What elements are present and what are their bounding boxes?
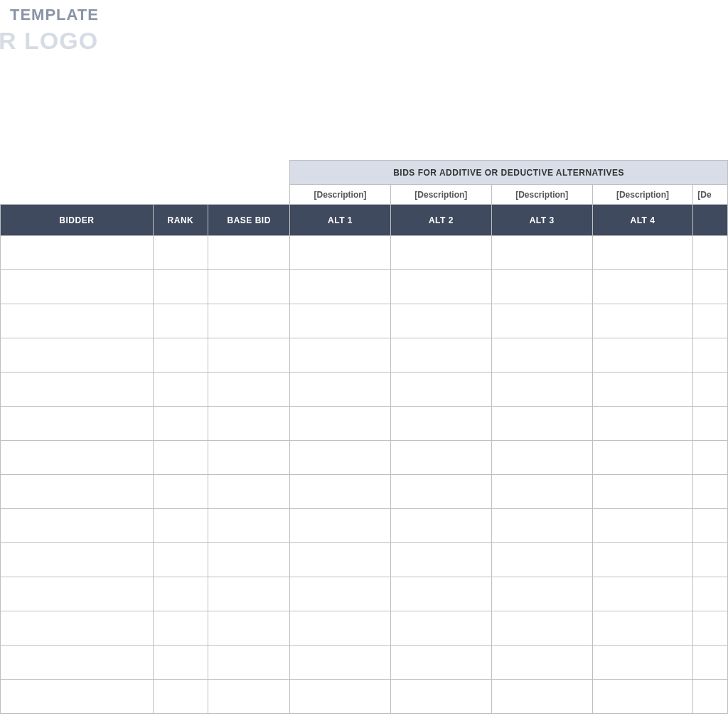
cell-base-bid[interactable] — [208, 577, 290, 611]
cell-base-bid[interactable] — [208, 680, 290, 714]
cell-alt3[interactable] — [491, 373, 592, 407]
cell-alt1[interactable] — [290, 509, 391, 543]
cell-alt1[interactable] — [290, 475, 391, 509]
cell-alt5-cut[interactable] — [693, 236, 728, 270]
cell-rank[interactable] — [153, 338, 208, 373]
cell-rank[interactable] — [153, 407, 208, 441]
cell-alt5-cut[interactable] — [693, 543, 728, 577]
cell-alt1[interactable] — [290, 611, 391, 646]
cell-bidder[interactable] — [1, 543, 154, 577]
cell-bidder[interactable] — [1, 407, 154, 441]
cell-alt2[interactable] — [390, 646, 491, 680]
cell-rank[interactable] — [153, 270, 208, 304]
cell-alt5-cut[interactable] — [693, 680, 728, 714]
cell-base-bid[interactable] — [208, 236, 290, 270]
cell-alt5-cut[interactable] — [693, 509, 728, 543]
cell-alt1[interactable] — [290, 646, 391, 680]
cell-alt5-cut[interactable] — [693, 646, 728, 680]
cell-alt3[interactable] — [491, 236, 592, 270]
cell-alt4[interactable] — [592, 577, 693, 611]
cell-alt2[interactable] — [390, 270, 491, 304]
cell-alt4[interactable] — [592, 236, 693, 270]
cell-rank[interactable] — [153, 441, 208, 475]
cell-base-bid[interactable] — [208, 338, 290, 373]
alt2-description[interactable]: [Description] — [390, 185, 491, 205]
cell-alt3[interactable] — [491, 270, 592, 304]
cell-bidder[interactable] — [1, 270, 154, 304]
cell-bidder[interactable] — [1, 475, 154, 509]
cell-base-bid[interactable] — [208, 373, 290, 407]
cell-alt2[interactable] — [390, 543, 491, 577]
cell-alt4[interactable] — [592, 646, 693, 680]
cell-alt5-cut[interactable] — [693, 475, 728, 509]
cell-base-bid[interactable] — [208, 509, 290, 543]
cell-alt2[interactable] — [390, 338, 491, 373]
cell-rank[interactable] — [153, 680, 208, 714]
cell-alt3[interactable] — [491, 304, 592, 338]
cell-bidder[interactable] — [1, 680, 154, 714]
cell-alt3[interactable] — [491, 680, 592, 714]
cell-bidder[interactable] — [1, 338, 154, 373]
cell-base-bid[interactable] — [208, 270, 290, 304]
cell-alt4[interactable] — [592, 475, 693, 509]
cell-alt5-cut[interactable] — [693, 338, 728, 373]
cell-rank[interactable] — [153, 236, 208, 270]
cell-alt1[interactable] — [290, 407, 391, 441]
alt4-description[interactable]: [Description] — [592, 185, 693, 205]
cell-alt1[interactable] — [290, 338, 391, 373]
cell-alt3[interactable] — [491, 338, 592, 373]
cell-alt1[interactable] — [290, 304, 391, 338]
cell-alt4[interactable] — [592, 304, 693, 338]
cell-alt4[interactable] — [592, 407, 693, 441]
cell-rank[interactable] — [153, 509, 208, 543]
alt5-description-cut[interactable]: [De — [693, 185, 728, 205]
cell-alt4[interactable] — [592, 270, 693, 304]
cell-bidder[interactable] — [1, 646, 154, 680]
alt3-description[interactable]: [Description] — [491, 185, 592, 205]
cell-alt4[interactable] — [592, 543, 693, 577]
cell-base-bid[interactable] — [208, 407, 290, 441]
cell-alt4[interactable] — [592, 373, 693, 407]
cell-bidder[interactable] — [1, 577, 154, 611]
cell-alt3[interactable] — [491, 646, 592, 680]
cell-base-bid[interactable] — [208, 441, 290, 475]
cell-alt3[interactable] — [491, 509, 592, 543]
cell-alt3[interactable] — [491, 577, 592, 611]
cell-alt4[interactable] — [592, 611, 693, 646]
cell-rank[interactable] — [153, 304, 208, 338]
cell-base-bid[interactable] — [208, 543, 290, 577]
cell-base-bid[interactable] — [208, 611, 290, 646]
cell-bidder[interactable] — [1, 509, 154, 543]
cell-alt1[interactable] — [290, 236, 391, 270]
cell-base-bid[interactable] — [208, 646, 290, 680]
cell-alt1[interactable] — [290, 270, 391, 304]
cell-alt2[interactable] — [390, 407, 491, 441]
cell-rank[interactable] — [153, 475, 208, 509]
cell-bidder[interactable] — [1, 373, 154, 407]
cell-bidder[interactable] — [1, 304, 154, 338]
cell-bidder[interactable] — [1, 236, 154, 270]
cell-rank[interactable] — [153, 543, 208, 577]
cell-alt4[interactable] — [592, 441, 693, 475]
cell-alt3[interactable] — [491, 475, 592, 509]
cell-alt2[interactable] — [390, 236, 491, 270]
cell-rank[interactable] — [153, 611, 208, 646]
cell-alt5-cut[interactable] — [693, 577, 728, 611]
cell-alt1[interactable] — [290, 543, 391, 577]
cell-rank[interactable] — [153, 646, 208, 680]
cell-alt5-cut[interactable] — [693, 611, 728, 646]
cell-alt1[interactable] — [290, 577, 391, 611]
cell-rank[interactable] — [153, 373, 208, 407]
cell-bidder[interactable] — [1, 611, 154, 646]
cell-alt1[interactable] — [290, 680, 391, 714]
cell-alt4[interactable] — [592, 680, 693, 714]
cell-alt5-cut[interactable] — [693, 441, 728, 475]
cell-alt4[interactable] — [592, 338, 693, 373]
cell-alt5-cut[interactable] — [693, 373, 728, 407]
cell-bidder[interactable] — [1, 441, 154, 475]
cell-alt3[interactable] — [491, 543, 592, 577]
cell-alt2[interactable] — [390, 304, 491, 338]
cell-alt5-cut[interactable] — [693, 270, 728, 304]
cell-base-bid[interactable] — [208, 475, 290, 509]
cell-alt3[interactable] — [491, 407, 592, 441]
